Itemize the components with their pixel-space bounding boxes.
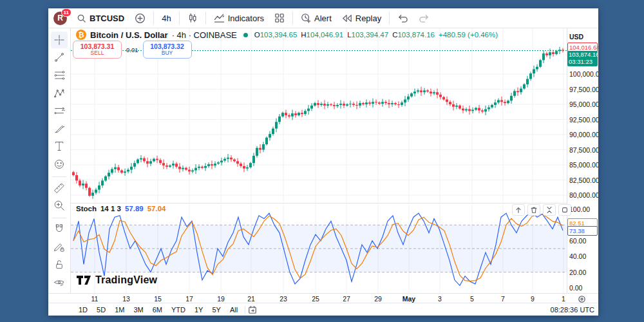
tool-text[interactable] [51, 138, 68, 155]
axis-currency[interactable]: USD [569, 33, 583, 41]
candle-body [430, 91, 432, 93]
market-status-icon[interactable] [243, 33, 248, 37]
zoom-in-icon [53, 199, 66, 212]
candle-body [462, 109, 464, 111]
range-6m[interactable]: 6M [148, 306, 167, 314]
candle-body [223, 159, 226, 161]
plus-circle-icon [135, 13, 146, 24]
candle-body [404, 99, 406, 102]
alert-button[interactable]: Alert [296, 10, 336, 26]
candle-body [72, 172, 75, 175]
candle-body [349, 104, 352, 104]
buy-button[interactable]: 103,873.32 BUY [143, 41, 192, 59]
candle-body [301, 113, 303, 114]
tool-magnet[interactable] [51, 221, 68, 238]
indicator-templates-button[interactable] [270, 10, 289, 26]
candle-body [520, 89, 522, 93]
spread-value: 0.01 [126, 46, 138, 53]
candle-body [330, 104, 332, 105]
range-1m[interactable]: 1M [110, 306, 129, 314]
range-5d[interactable]: 5D [92, 306, 110, 314]
redo-button[interactable] [414, 10, 434, 26]
symbol-meta: · 4h · COINBASE [172, 30, 237, 40]
candle-body [343, 104, 345, 106]
candle-body [491, 105, 493, 108]
undo-icon [397, 14, 408, 23]
price-axis-label: 95,000.00 [569, 100, 598, 108]
tool-hide-all[interactable] [51, 274, 68, 291]
price-axis-label: 100,000.00 [569, 70, 598, 78]
candle-body [188, 170, 191, 172]
indicators-button[interactable]: Indicators [209, 10, 269, 26]
range-1d[interactable]: 1D [74, 306, 92, 314]
tradingview-watermark[interactable]: TradingView [76, 274, 157, 287]
candle-body [249, 163, 252, 167]
tool-trend-line[interactable] [51, 50, 68, 66]
candle-body [317, 103, 319, 105]
arrow-up-icon [515, 206, 522, 214]
tool-brush[interactable] [51, 120, 68, 137]
go-to-date-button[interactable] [248, 305, 257, 314]
time-axis[interactable]: 11131517192123252729May35791 [48, 293, 598, 303]
candle-body [471, 109, 474, 111]
symbol-name[interactable]: Bitcoin / U.S. Dollar [90, 30, 168, 40]
range-3m[interactable]: 3M [129, 306, 147, 314]
range-1y[interactable]: 1Y [190, 306, 207, 314]
candle-body [162, 163, 165, 166]
candle-body [220, 160, 223, 162]
candle-body [365, 102, 368, 104]
candle-body [468, 109, 471, 111]
user-avatar[interactable]: R 11 [53, 12, 67, 25]
compare-button[interactable] [130, 10, 150, 26]
move-pane-up-button[interactable] [512, 204, 525, 216]
candle-body [137, 160, 139, 164]
candle-body [555, 51, 558, 54]
bar-countdown: 03:31:23 [569, 59, 596, 66]
replay-button[interactable]: Replay [337, 10, 386, 26]
maximize-pane-button[interactable] [543, 204, 556, 216]
candle-body [516, 91, 519, 92]
stoch-legend[interactable]: Stoch 14 1 3 57.89 57.04 [76, 205, 166, 213]
chart-style-button[interactable] [183, 10, 202, 26]
candle-body [533, 69, 535, 73]
candle-body [388, 103, 390, 104]
sell-button[interactable]: 103,873.31 SELL [73, 41, 122, 59]
ohlc-values: O103,394.65 H104,046.91 L103,394.47 C103… [254, 31, 498, 39]
timezone-clock[interactable]: 08:28:36 UTC [551, 306, 594, 314]
candle-body [529, 73, 532, 79]
delete-pane-button[interactable] [527, 204, 540, 216]
candle-body [384, 102, 387, 103]
undo-button[interactable] [393, 10, 413, 26]
candle-body [558, 50, 561, 51]
top-toolbar: R 11 BTCUSD 4h Indicators [48, 8, 598, 28]
stoch-k-value: 57.89 [125, 205, 144, 213]
candle-body [426, 90, 429, 91]
eye-icon [53, 276, 66, 289]
restore-pane-button[interactable] [558, 204, 571, 216]
candle-body [166, 166, 168, 167]
tool-lock-all[interactable] [51, 256, 68, 273]
tool-fib-retracement[interactable] [51, 67, 68, 84]
tool-xabcd-pattern[interactable] [51, 85, 68, 102]
candle-body [217, 162, 220, 164]
interval-button[interactable]: 4h [157, 10, 175, 26]
candle-body [82, 184, 84, 185]
tool-drawing-lock[interactable] [51, 239, 68, 256]
tool-emoji[interactable] [51, 156, 68, 173]
tool-crosshair[interactable] [51, 32, 68, 48]
tool-zoom-in[interactable] [51, 197, 68, 214]
tool-ruler[interactable] [51, 180, 68, 196]
candle-body [323, 104, 326, 106]
range-5y[interactable]: 5Y [207, 306, 225, 314]
range-all[interactable]: All [225, 306, 242, 314]
stoch-params: 14 1 3 [100, 205, 121, 213]
candle-body [507, 100, 509, 103]
time-axis-label: 23 [279, 295, 287, 303]
candle-body [446, 99, 448, 102]
candle-body [265, 138, 268, 144]
toolbar-divider [389, 12, 390, 24]
range-ytd[interactable]: YTD [167, 306, 190, 314]
tool-prediction[interactable] [51, 102, 68, 119]
symbol-search-button[interactable]: BTCUSD [72, 10, 129, 26]
bitcoin-logo-icon: ₿ [76, 30, 86, 40]
